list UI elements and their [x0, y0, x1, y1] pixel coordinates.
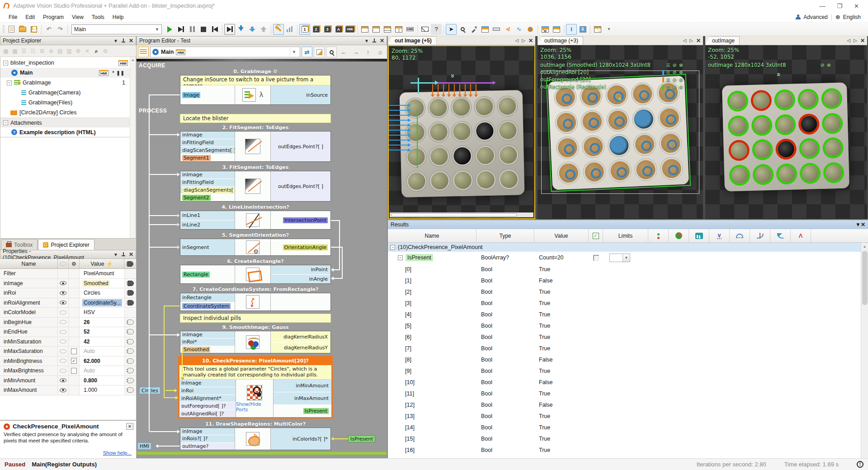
comment-inspect-pills[interactable]: Inspect individual pills: [180, 314, 331, 323]
view-1-button[interactable]: 1: [299, 24, 310, 35]
limit-checkbox[interactable]: [593, 255, 599, 261]
column-check[interactable]: ✓: [589, 229, 603, 242]
port[interactable]: Smoothed: [180, 346, 235, 353]
collapse-icon[interactable]: −: [390, 245, 395, 250]
nav-up-button[interactable]: ↑: [363, 47, 373, 57]
close-view-icon[interactable]: ✕: [696, 38, 701, 44]
close-view-icon[interactable]: ✕: [528, 38, 533, 44]
table-row[interactable]: [6] Bool True: [388, 331, 861, 343]
close-view-icon[interactable]: ✕: [860, 38, 865, 44]
tree-item-example-description[interactable]: ? Example description (HTML): [0, 127, 130, 137]
fitsegment-icon[interactable]: [245, 139, 260, 154]
visibility-eye-icon[interactable]: [60, 378, 66, 382]
visibility-eye-icon[interactable]: [60, 301, 66, 305]
port[interactable]: outAlignedRoi[ ]?: [179, 410, 236, 417]
menu-tools[interactable]: Tools: [88, 13, 108, 21]
table-row[interactable]: [3] Bool True: [388, 297, 861, 309]
statistics-button[interactable]: [284, 24, 295, 35]
table-row[interactable]: [15] Bool True: [388, 433, 861, 444]
prev-view-icon[interactable]: ◁: [515, 38, 519, 43]
port-plug-icon[interactable]: [127, 320, 134, 325]
menu-program[interactable]: Program: [39, 13, 68, 21]
orientation-icon[interactable]: [246, 240, 259, 254]
add-step-icon[interactable]: ▦: [11, 47, 19, 55]
redo-button[interactable]: ↷: [55, 24, 66, 35]
settings-gear-icon[interactable]: ⚙: [74, 47, 82, 55]
view-spike-button[interactable]: [750, 229, 770, 242]
view-3-button[interactable]: 3: [322, 24, 333, 35]
prev-view-icon[interactable]: ◁: [847, 38, 851, 43]
color-picker-button[interactable]: [468, 24, 479, 35]
limit-dropdown[interactable]: ▼: [609, 254, 630, 262]
pause-button[interactable]: [187, 24, 198, 35]
visibility-eye-icon[interactable]: [60, 320, 66, 324]
run-button[interactable]: [164, 24, 175, 35]
layout-grid-button[interactable]: [371, 24, 382, 35]
table-row[interactable]: [1] Bool False: [388, 275, 861, 286]
block-smoothimage[interactable]: inImage inRoi* Smoothed diagKernelRadius…: [180, 331, 331, 353]
property-value-cell[interactable]: HSV: [80, 308, 124, 317]
layer-close-icon[interactable]: ⊗: [679, 62, 683, 68]
view-dots-button[interactable]: [648, 229, 669, 242]
layout-single-button[interactable]: [359, 24, 370, 35]
port[interactable]: inImage: [180, 331, 235, 338]
select-tool-button[interactable]: ➤: [446, 24, 457, 35]
view-pie-button[interactable]: [669, 229, 689, 242]
view-2-button[interactable]: 2: [311, 24, 321, 35]
block-checkpresence-selected[interactable]: 10. CheckPresence: PixelAmount[20]? This…: [178, 356, 333, 418]
property-row[interactable]: inRoiAlignment CoordinateSy...: [0, 298, 136, 308]
block-title-fitsegment-2[interactable]: 2. FitSegment: ToEdges: [180, 125, 331, 131]
collapse-icon[interactable]: −: [398, 255, 403, 260]
viewport-3-tab[interactable]: outImage: [705, 36, 740, 45]
block-createcoordinatesystem[interactable]: inRectangle CoordinateSystem: [180, 293, 331, 311]
breadcrumb[interactable]: Main HMI ▼: [150, 47, 300, 57]
table-row[interactable]: [8] Bool False: [388, 354, 861, 365]
pin-icon[interactable]: [373, 38, 376, 43]
ispresent-chip[interactable]: IsPresent: [406, 254, 433, 261]
step-out-button[interactable]: [258, 24, 269, 35]
nav-back-button[interactable]: ←: [338, 47, 349, 57]
visibility-eye-icon[interactable]: [60, 281, 66, 285]
language-selector[interactable]: ⊕ English: [835, 14, 863, 20]
close-panel-icon[interactable]: ✕: [861, 221, 865, 228]
table-row[interactable]: [12] Bool False: [388, 399, 861, 410]
auto-checkbox[interactable]: [71, 368, 77, 374]
pin-icon[interactable]: [122, 38, 125, 43]
block-linelineintersection[interactable]: inLine1 inLine2 IntersectionPoint: [180, 211, 331, 230]
port-plug-icon[interactable]: [127, 378, 134, 383]
auto-checkbox[interactable]: [71, 348, 77, 354]
viewport-2-tab[interactable]: outImage (+3): [538, 36, 583, 45]
table-row[interactable]: [9] Bool True: [388, 365, 861, 376]
menu-file[interactable]: File: [5, 13, 21, 21]
property-value-cell[interactable]: 0.800: [80, 376, 124, 385]
port[interactable]: diagScanSegments[ ]: [180, 147, 235, 155]
profile-tool-button[interactable]: ∿: [514, 24, 524, 35]
edit-button[interactable]: [314, 47, 325, 57]
stop-button[interactable]: [198, 24, 209, 35]
port-plug-icon[interactable]: [127, 368, 134, 373]
close-description-icon[interactable]: ✕: [126, 423, 133, 430]
view-histogram-button[interactable]: [689, 229, 709, 242]
property-value-cell[interactable]: 52: [80, 327, 124, 337]
nav-home-button[interactable]: ⌂: [375, 47, 386, 57]
collapse-icon[interactable]: −: [7, 80, 12, 85]
block-title-smoothimage[interactable]: 9. SmoothImage: Gauss: [180, 324, 331, 331]
block-title-createcoordinatesystem[interactable]: 7. CreateCoordinateSystem: FromRectangle…: [180, 287, 331, 293]
property-value-cell[interactable]: CoordinateSy...: [80, 298, 124, 308]
advanced-mode-selector[interactable]: Advanced: [796, 14, 827, 20]
open-project-button[interactable]: [17, 24, 28, 35]
view-hmi-button[interactable]: HMI: [344, 24, 355, 35]
compare-button[interactable]: ⇄: [302, 47, 312, 57]
grabimage-icon[interactable]: [242, 88, 256, 102]
table-row[interactable]: [4] Bool True: [388, 309, 861, 320]
minimize-button[interactable]: —: [819, 3, 825, 9]
property-row[interactable]: inImage Smoothed: [0, 279, 136, 289]
block-comment[interactable]: This tool uses a global parameter "Circl…: [179, 365, 331, 380]
global-parameter-circles[interactable]: Circles: [139, 387, 160, 394]
close-panel-icon[interactable]: ✕: [129, 251, 133, 258]
property-row[interactable]: inColorModel HSV: [0, 308, 136, 318]
layer-close-icon[interactable]: ⊗: [679, 70, 683, 75]
add-variant-icon[interactable]: ☰: [20, 47, 28, 55]
port-ispresent[interactable]: IsPresent: [274, 405, 331, 417]
port[interactable]: Segment1: [180, 154, 235, 161]
